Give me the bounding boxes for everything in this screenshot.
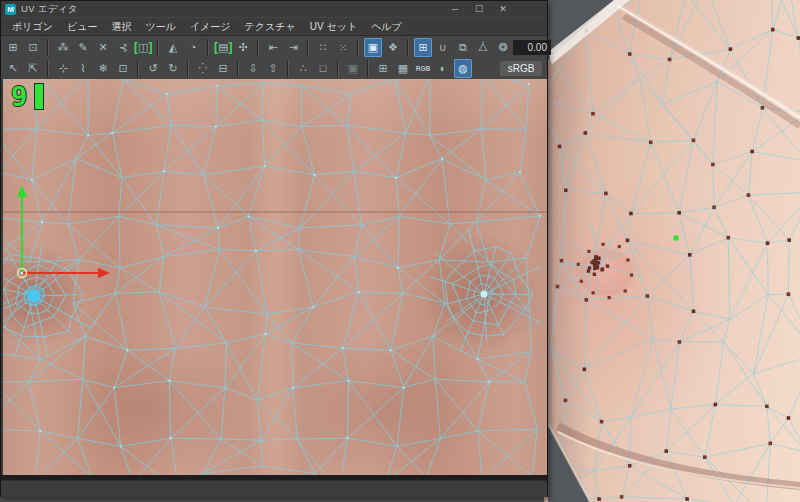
maya-screen: M UV エディタ ─ ☐ ✕ ポリゴンビュー選択ツールイメージテクスチャUV … bbox=[0, 0, 800, 502]
lasso-tool-icon[interactable]: ⌇ bbox=[74, 59, 92, 78]
uv-editor-window: M UV エディタ ─ ☐ ✕ ポリゴンビュー選択ツールイメージテクスチャUV … bbox=[0, 0, 548, 497]
menu-UV セット[interactable]: UV セット bbox=[303, 18, 364, 35]
distribute-shells-icon[interactable]: ∷ bbox=[314, 38, 332, 57]
menu-bar: ポリゴンビュー選択ツールイメージテクスチャUV セットヘルプ bbox=[1, 17, 547, 35]
shrink-shell-icon[interactable]: ⊟ bbox=[214, 59, 232, 78]
grid-uv-icon[interactable]: ⊹ bbox=[54, 59, 72, 78]
shade-uv-icon[interactable]: ❂ bbox=[494, 38, 512, 57]
toolbar-separator bbox=[137, 60, 139, 77]
menu-ビュー[interactable]: ビュー bbox=[60, 18, 104, 35]
titlebar[interactable]: M UV エディタ ─ ☐ ✕ bbox=[1, 1, 547, 17]
key-press-overlay: 9 bbox=[11, 81, 44, 112]
menu-イメージ[interactable]: イメージ bbox=[183, 18, 238, 35]
toolbar-separator bbox=[237, 60, 239, 77]
checker-display-icon[interactable]: ▦ bbox=[394, 59, 412, 78]
snap-magnet-icon[interactable]: ∪ bbox=[434, 38, 452, 57]
align-left-icon[interactable]: ⇤ bbox=[264, 38, 282, 57]
toolbar-separator bbox=[367, 60, 369, 77]
toolbar-separator bbox=[407, 39, 409, 56]
randomize-shells-icon[interactable]: ⁛ bbox=[194, 59, 212, 78]
display-image-icon[interactable]: ▣ bbox=[364, 38, 382, 57]
close-button[interactable]: ✕ bbox=[491, 2, 515, 17]
toolbar-separator bbox=[337, 60, 339, 77]
grid-toggle-icon[interactable]: ⊞ bbox=[374, 59, 392, 78]
flip-u-icon[interactable]: ◭ bbox=[164, 38, 182, 57]
viewport-mesh-overlay bbox=[544, 0, 800, 502]
toolbar-separator bbox=[307, 39, 309, 56]
toolbar-row-1: ⊞⊡⁂✎✕⊰[◫]◭◔[▤]✣⇤⇥∷⁙▣❖⊞∪⧉⧊❂0.00 bbox=[3, 37, 545, 58]
toolbar-separator bbox=[287, 60, 289, 77]
toolbar-separator bbox=[157, 39, 159, 56]
pixel-snap-icon[interactable]: ⊞ bbox=[414, 38, 432, 57]
window-bottom-frame bbox=[1, 475, 547, 497]
stack-shells-icon[interactable]: ⁙ bbox=[334, 38, 352, 57]
align-right-icon[interactable]: ⇥ bbox=[284, 38, 302, 57]
uv-mesh-overlay bbox=[3, 79, 547, 475]
select-uv-tool-icon[interactable]: ⇱ bbox=[24, 59, 42, 78]
tweak-uv-icon[interactable]: ⁂ bbox=[54, 38, 72, 57]
layout-uv-icon[interactable]: [▤] bbox=[214, 38, 232, 57]
copy-uv-icon[interactable]: ⧉ bbox=[454, 38, 472, 57]
toolbar-separator bbox=[187, 60, 189, 77]
menu-選択[interactable]: 選択 bbox=[104, 18, 138, 35]
toolbar-separator bbox=[257, 39, 259, 56]
flip-v-icon[interactable]: ◔ bbox=[184, 38, 202, 57]
paste-uv-icon[interactable]: ⧊ bbox=[474, 38, 492, 57]
marquee-select-icon[interactable]: ⊡ bbox=[114, 59, 132, 78]
cut-uv-edge-icon[interactable]: ✎ bbox=[74, 38, 92, 57]
flip-uv-icon[interactable]: [◫] bbox=[134, 38, 152, 57]
unfold-uv-icon[interactable]: ✣ bbox=[234, 38, 252, 57]
uv-value-field[interactable]: 0.00 bbox=[513, 40, 551, 55]
toolbar-row-2: ↖⇱⊹⌇❄⊡↺↻⁛⊟⇩⇧∴□▣⊞▦RGB◐◍sRGB bbox=[3, 58, 545, 79]
toolbar-separator bbox=[47, 39, 49, 56]
split-uv-icon[interactable]: ⊰ bbox=[114, 38, 132, 57]
select-vertex-tool-icon[interactable]: ↖ bbox=[4, 59, 22, 78]
menu-ポリゴン[interactable]: ポリゴン bbox=[5, 18, 60, 35]
distribute-u-icon[interactable]: ∴ bbox=[294, 59, 312, 78]
lattice-tool-icon[interactable]: ⊞ bbox=[4, 38, 22, 57]
shatter-shells-icon[interactable]: ❖ bbox=[384, 38, 402, 57]
rgb-channels-icon[interactable]: RGB bbox=[414, 59, 432, 78]
toolbar: ⊞⊡⁂✎✕⊰[◫]◭◔[▤]✣⇤⇥∷⁙▣❖⊞∪⧉⧊❂0.00 ↖⇱⊹⌇❄⊡↺↻⁛… bbox=[1, 35, 547, 80]
toolbar-separator bbox=[357, 39, 359, 56]
minimize-button[interactable]: ─ bbox=[443, 2, 467, 17]
menu-ツール[interactable]: ツール bbox=[138, 18, 182, 35]
key-cursor-bar bbox=[34, 83, 44, 110]
toolbar-separator bbox=[207, 39, 209, 56]
menu-テクスチャ[interactable]: テクスチャ bbox=[238, 18, 303, 35]
normalize-shell-icon[interactable]: □ bbox=[314, 59, 332, 78]
image-range-icon[interactable]: ▣ bbox=[344, 59, 362, 78]
rotate-cw-icon[interactable]: ↻ bbox=[164, 59, 182, 78]
window-title: UV エディタ bbox=[21, 3, 78, 16]
perspective-viewport[interactable] bbox=[544, 0, 800, 502]
toolbar-separator bbox=[47, 60, 49, 77]
menu-ヘルプ[interactable]: ヘルプ bbox=[364, 18, 409, 35]
rotate-ccw-icon[interactable]: ↺ bbox=[144, 59, 162, 78]
color-space-select[interactable]: sRGB bbox=[500, 61, 542, 76]
move-uv-shell-icon[interactable]: ⊡ bbox=[24, 38, 42, 57]
maximize-button[interactable]: ☐ bbox=[467, 2, 491, 17]
window-controls: ─ ☐ ✕ bbox=[443, 2, 515, 17]
align-bottom-icon[interactable]: ⇩ bbox=[244, 59, 262, 78]
maya-logo-icon: M bbox=[5, 4, 16, 15]
alpha-channel-icon[interactable]: ◐ bbox=[434, 59, 452, 78]
key-pressed-label: 9 bbox=[11, 81, 27, 112]
uv-canvas[interactable]: 9 bbox=[3, 79, 547, 475]
view-transform-icon[interactable]: ◍ bbox=[454, 59, 472, 78]
relax-uv-icon[interactable]: ❄ bbox=[94, 59, 112, 78]
align-top-icon[interactable]: ⇧ bbox=[264, 59, 282, 78]
delete-uv-icon[interactable]: ✕ bbox=[94, 38, 112, 57]
